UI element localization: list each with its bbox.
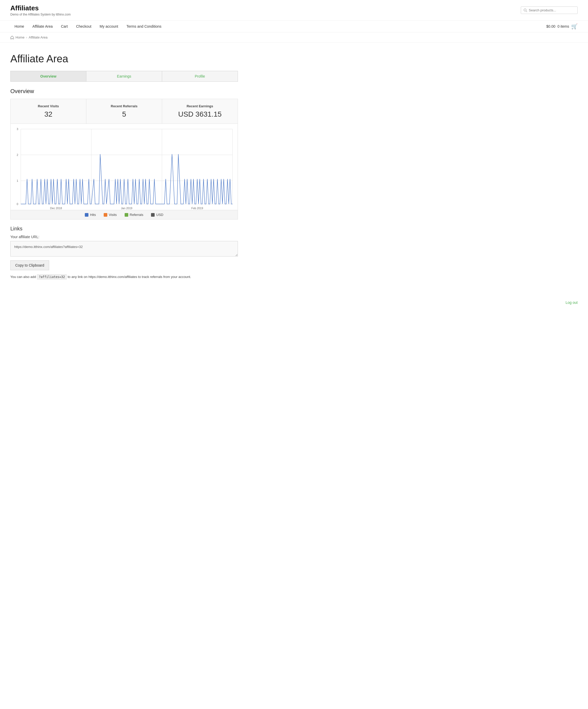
logout-area: Log out [0,295,588,310]
site-nav: Home Affiliate Area Cart Checkout My acc… [0,21,588,32]
svg-line-1 [526,11,527,12]
links-title: Links [10,226,238,232]
site-subtitle: Demo of the Affiliates System by itthinx… [10,13,71,16]
site-header: Affiliates Demo of the Affiliates System… [0,0,588,21]
stat-referrals-label: Recent Referrals [91,104,157,108]
legend-visits: Visits [104,213,117,217]
cart-icon[interactable]: 🛒 [571,23,578,29]
svg-text:3: 3 [17,128,18,131]
cart-price: $0.00 [546,24,555,28]
legend-hits-label: Hits [90,213,96,217]
stat-referrals-value: 5 [91,110,157,119]
chart-legend: Hits Visits Referrals USD [10,210,238,219]
legend-hits-dot [85,213,88,217]
svg-text:0: 0 [17,203,18,206]
legend-visits-dot [104,213,107,217]
tabs: Overview Earnings Profile [10,71,238,82]
nav-checkout[interactable]: Checkout [72,21,96,32]
stat-earnings-label: Recent Earnings [167,104,233,108]
affiliate-url-textarea[interactable]: https://demo.itthinx.com/affiliates?affi… [10,241,238,257]
tab-earnings[interactable]: Earnings [86,71,162,81]
stat-visits: Recent Visits 32 [10,99,86,124]
nav-home[interactable]: Home [10,21,28,32]
stat-referrals: Recent Referrals 5 [86,99,162,124]
note-suffix: to any link on https://demo.itthinx.com/… [68,275,191,279]
affiliate-url-label: Your affiliate URL: [10,235,238,239]
logout-link[interactable]: Log out [565,300,578,305]
svg-text:Jan 2019: Jan 2019 [121,207,132,209]
page-title: Affiliate Area [10,53,238,64]
site-title: Affiliates [10,4,71,12]
breadcrumb-home[interactable]: Home [16,35,25,39]
search-icon [524,8,527,12]
legend-referrals-dot [125,213,128,217]
stat-visits-value: 32 [16,110,81,119]
svg-text:Feb 2019: Feb 2019 [191,207,203,209]
cart-area: $0.00 0 items 🛒 [546,23,578,29]
stat-earnings: Recent Earnings USD 3631.15 [162,99,238,124]
cart-items-count: 0 items [558,24,569,28]
svg-text:1: 1 [17,179,18,182]
note-prefix: You can also add [10,275,36,279]
links-section: Links Your affiliate URL: https://demo.i… [10,226,238,280]
home-icon [10,36,14,39]
tab-profile[interactable]: Profile [162,71,238,81]
nav-terms[interactable]: Terms and Conditions [122,21,165,32]
nav-affiliate-area[interactable]: Affiliate Area [28,21,57,32]
svg-text:Dec 2018: Dec 2018 [50,207,62,209]
stat-visits-label: Recent Visits [16,104,81,108]
legend-usd: USD [151,213,163,217]
line-chart: 3 2 1 0 Dec 2018 Jan 2019 Feb 2019 [13,127,235,209]
breadcrumb-separator: › [26,35,27,39]
chart-container: 3 2 1 0 Dec 2018 Jan 2019 Feb 2019 [10,124,238,210]
stat-earnings-value: USD 3631.15 [167,110,233,119]
nav-links: Home Affiliate Area Cart Checkout My acc… [10,21,165,32]
stats-row: Recent Visits 32 Recent Referrals 5 Rece… [10,99,238,124]
tab-overview[interactable]: Overview [10,71,86,81]
search-input[interactable] [529,8,575,12]
site-branding: Affiliates Demo of the Affiliates System… [10,4,71,16]
breadcrumb-current: Affiliate Area [29,35,48,39]
breadcrumb: Home › Affiliate Area [0,32,588,43]
note-code: ?affiliates=32 [37,274,67,280]
overview-title: Overview [10,88,238,95]
nav-cart[interactable]: Cart [57,21,72,32]
legend-usd-label: USD [156,213,163,217]
copy-to-clipboard-button[interactable]: Copy to Clipboard [10,260,49,270]
legend-referrals: Referrals [125,213,143,217]
legend-hits: Hits [85,213,96,217]
svg-text:2: 2 [17,153,18,156]
legend-referrals-label: Referrals [130,213,143,217]
main-content: Affiliate Area Overview Earnings Profile… [0,43,248,295]
legend-usd-dot [151,213,155,217]
affiliate-note: You can also add ?affiliates=32 to any l… [10,274,238,280]
nav-my-account[interactable]: My account [96,21,122,32]
legend-visits-label: Visits [109,213,117,217]
search-box[interactable] [521,6,578,14]
